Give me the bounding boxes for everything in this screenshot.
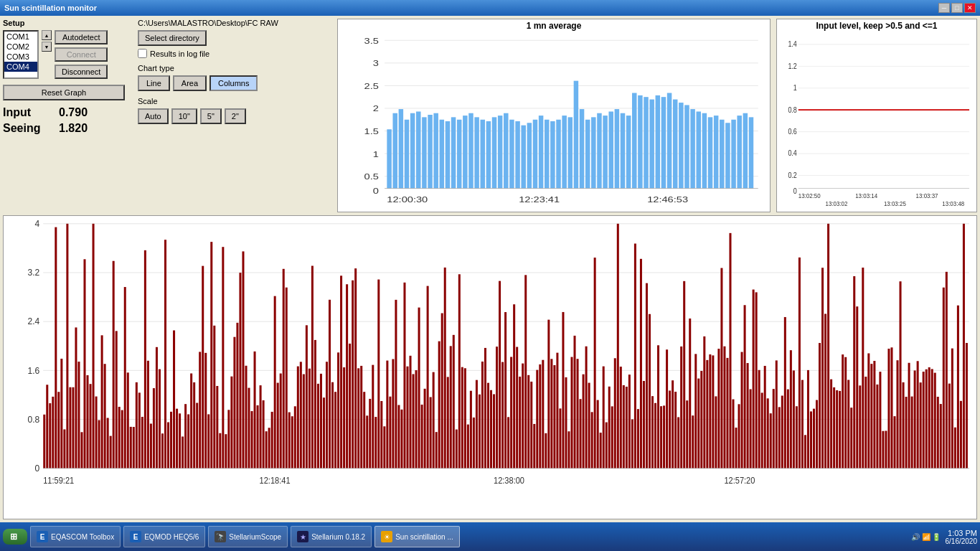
svg-rect-133 (90, 384, 92, 468)
svg-rect-46 (568, 117, 573, 188)
tray-area: 🔊 📶 🔋 1:03 PM 6/16/2020 (911, 529, 977, 545)
minimize-button[interactable]: ─ (938, 3, 950, 13)
svg-text:12:18:41: 12:18:41 (260, 476, 291, 485)
svg-rect-285 (527, 375, 529, 468)
svg-rect-416 (905, 397, 908, 468)
svg-text:3: 3 (373, 60, 379, 67)
connect-button[interactable]: Connect (55, 47, 108, 62)
svg-rect-409 (885, 430, 887, 468)
svg-rect-344 (697, 379, 699, 468)
com2-item[interactable]: COM2 (4, 42, 37, 52)
svg-rect-429 (943, 288, 945, 468)
main-chart-svg: 4 3.2 2.4 1.6 0.8 0 11:59:21 12:18:41 12… (4, 216, 976, 519)
select-directory-button[interactable]: Select directory (138, 30, 207, 46)
svg-rect-393 (839, 391, 841, 468)
svg-rect-154 (150, 423, 152, 468)
svg-rect-403 (867, 353, 870, 468)
taskbar-eqascom[interactable]: E EQASCOM Toolbox (30, 526, 121, 547)
setup-row: COM1 COM2 COM3 COM4 ▲ ▼ Autodetect Conne… (3, 30, 132, 79)
area-chart-button[interactable]: Area (173, 75, 207, 91)
com3-item[interactable]: COM3 (4, 52, 37, 62)
svg-rect-394 (842, 354, 844, 468)
svg-rect-40 (533, 120, 538, 189)
svg-text:0.5: 0.5 (364, 173, 379, 181)
svg-text:0: 0 (35, 463, 40, 474)
input-value: 0.790 (59, 106, 88, 119)
log-file-row: Results in log file (138, 49, 331, 58)
maximize-button[interactable]: □ (951, 3, 963, 13)
svg-rect-359 (741, 352, 743, 468)
scroll-down-arrow[interactable]: ▼ (42, 42, 52, 52)
com-port-listbox[interactable]: COM1 COM2 COM3 COM4 (3, 30, 39, 79)
com4-item[interactable]: COM4 (4, 62, 37, 72)
results-log-checkbox[interactable] (138, 49, 147, 58)
svg-rect-45 (562, 116, 567, 188)
stellariumscope-icon: 🔭 (215, 531, 226, 542)
svg-rect-158 (161, 433, 164, 468)
scale-2-button[interactable]: 2" (225, 108, 246, 124)
svg-rect-267 (476, 380, 478, 468)
scroll-up-arrow[interactable]: ▲ (42, 30, 52, 40)
taskbar-stellariumscope[interactable]: 🔭 StellariumScope (208, 526, 288, 547)
svg-rect-162 (173, 330, 175, 468)
svg-rect-66 (684, 105, 689, 188)
svg-text:12:23:41: 12:23:41 (519, 196, 560, 204)
svg-rect-67 (690, 109, 695, 188)
svg-rect-41 (539, 116, 544, 188)
svg-rect-172 (202, 266, 204, 468)
svg-rect-32 (486, 121, 491, 189)
svg-rect-197 (274, 296, 276, 468)
close-button[interactable]: ✕ (964, 3, 976, 13)
svg-rect-222 (346, 284, 348, 468)
svg-rect-367 (764, 366, 766, 468)
svg-rect-132 (87, 375, 89, 468)
svg-rect-26 (451, 117, 456, 188)
svg-rect-277 (504, 312, 507, 468)
svg-rect-413 (897, 360, 899, 468)
start-icon: ⊞ (10, 532, 17, 542)
svg-rect-426 (934, 373, 936, 468)
svg-rect-255 (441, 314, 443, 468)
svg-rect-350 (715, 396, 717, 468)
taskbar-sun-scintillation[interactable]: ☀ Sun scintillation ... (374, 526, 460, 547)
svg-rect-356 (732, 400, 734, 468)
svg-rect-138 (104, 364, 106, 468)
svg-rect-234 (380, 401, 382, 468)
scale-10-button[interactable]: 10" (171, 108, 197, 124)
svg-rect-323 (637, 409, 639, 468)
chart-type-buttons: Line Area Columns (138, 75, 331, 91)
svg-rect-77 (749, 117, 754, 188)
svg-rect-293 (550, 359, 552, 468)
start-button[interactable]: ⊞ (3, 529, 27, 545)
svg-text:1: 1 (373, 151, 379, 159)
reset-graph-button[interactable]: Reset Graph (3, 85, 125, 100)
svg-rect-318 (623, 385, 625, 468)
svg-rect-314 (611, 406, 613, 468)
svg-rect-241 (400, 410, 402, 468)
svg-rect-411 (890, 347, 892, 468)
line-chart-button[interactable]: Line (138, 75, 170, 91)
svg-rect-396 (847, 380, 849, 468)
stellarium-icon: ★ (297, 531, 308, 542)
svg-text:13:02:50: 13:02:50 (798, 192, 821, 200)
svg-rect-213 (320, 374, 322, 468)
svg-rect-188 (248, 388, 250, 468)
svg-rect-375 (787, 390, 789, 468)
scale-5-button[interactable]: 5" (200, 108, 222, 124)
svg-rect-392 (836, 390, 838, 468)
window-controls: ─ □ ✕ (938, 3, 976, 13)
disconnect-button[interactable]: Disconnect (55, 65, 108, 79)
columns-chart-button[interactable]: Columns (209, 75, 258, 91)
svg-rect-122 (57, 392, 60, 468)
svg-rect-71 (714, 116, 719, 188)
middle-panel: C:\Users\MALASTRO\Desktop\FC RAW Select … (138, 19, 331, 212)
autodetect-button[interactable]: Autodetect (55, 30, 108, 44)
com1-item[interactable]: COM1 (4, 32, 37, 42)
svg-rect-274 (496, 347, 498, 468)
svg-text:2.4: 2.4 (27, 316, 39, 327)
svg-rect-220 (340, 276, 342, 468)
taskbar-eqmod[interactable]: E EQMOD HEQ5/6 (123, 526, 205, 547)
svg-rect-140 (110, 436, 112, 468)
taskbar-stellarium[interactable]: ★ Stellarium 0.18.2 (291, 526, 372, 547)
auto-scale-button[interactable]: Auto (138, 108, 169, 124)
